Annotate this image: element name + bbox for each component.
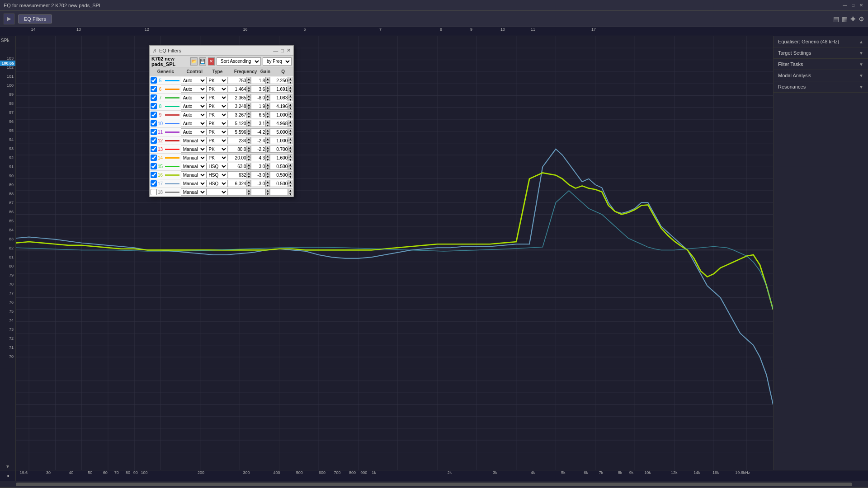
- filter-14-frequency[interactable]: [228, 154, 247, 161]
- filter-10-gain-spinner[interactable]: ▲▼: [265, 120, 270, 127]
- filter-11-gain[interactable]: [251, 128, 265, 136]
- filter-6-gain[interactable]: [251, 85, 265, 93]
- grid2-icon[interactable]: ▦: [842, 15, 848, 23]
- filter-9-q-spinner[interactable]: ▲▼: [288, 111, 292, 118]
- filter-15-frequency[interactable]: [228, 163, 247, 170]
- filter-11-checkbox[interactable]: [151, 129, 157, 135]
- filter-15-type[interactable]: HSQ: [207, 163, 228, 170]
- equaliser-section[interactable]: Equaliser: Generic (48 kHz) ▲: [774, 36, 868, 47]
- load-preset-button[interactable]: 📂: [190, 57, 197, 66]
- h-scrollbar-track[interactable]: [16, 483, 852, 486]
- filter-16-type[interactable]: HSQ: [207, 171, 228, 178]
- delete-preset-button[interactable]: ✕: [208, 57, 215, 66]
- filter-15-checkbox[interactable]: [151, 163, 157, 169]
- filter-11-gain-spinner[interactable]: ▲▼: [265, 128, 270, 136]
- filter-14-control[interactable]: Manual: [181, 154, 207, 161]
- filter-row-17[interactable]: 17 Manual HSQ ▲▼ ▲▼ ▲▼: [150, 179, 293, 188]
- filter-10-frequency[interactable]: [228, 120, 247, 127]
- filter-10-gain[interactable]: [251, 120, 265, 127]
- filter-8-frequency[interactable]: [228, 103, 247, 110]
- minimize-button[interactable]: —: [842, 2, 848, 9]
- filter-5-control[interactable]: Auto: [181, 77, 207, 84]
- filter-15-gain[interactable]: [251, 163, 265, 170]
- filter-17-q-spinner[interactable]: ▲▼: [288, 180, 292, 187]
- filter-12-checkbox[interactable]: [151, 137, 157, 144]
- filter-9-gain[interactable]: [251, 111, 265, 118]
- filter-6-checkbox[interactable]: [151, 86, 157, 92]
- scroll-down-button[interactable]: ▼: [5, 464, 10, 469]
- modal-analysis-section[interactable]: Modal Analysis ▼: [774, 70, 868, 81]
- filter-row-18[interactable]: 18 Manual ▲▼ ▲▼ ▲▼: [150, 188, 293, 197]
- filter-13-freq-spinner[interactable]: ▲▼: [247, 145, 251, 153]
- filter-17-type[interactable]: HSQ: [207, 180, 228, 187]
- filter-17-freq-spinner[interactable]: ▲▼: [247, 180, 251, 187]
- filter-12-freq-spinner[interactable]: ▲▼: [247, 137, 251, 144]
- filter-8-q-spinner[interactable]: ▲▼: [288, 103, 292, 110]
- filter-14-q[interactable]: [270, 154, 288, 161]
- filter-7-q-spinner[interactable]: ▲▼: [288, 94, 292, 101]
- filter-9-checkbox[interactable]: [151, 112, 157, 118]
- filter-row-6[interactable]: 6 Auto PK ▲▼ ▲▼ ▲▼: [150, 85, 293, 94]
- filter-12-control[interactable]: Manual: [181, 137, 207, 144]
- close-button[interactable]: ✕: [858, 2, 864, 9]
- filter-row-13[interactable]: 13 Manual PK ▲▼ ▲▼ ▲▼: [150, 145, 293, 154]
- filter-10-q[interactable]: [270, 120, 288, 127]
- filter-9-gain-spinner[interactable]: ▲▼: [265, 111, 270, 118]
- h-scrollbar-thumb[interactable]: [16, 483, 852, 486]
- filter-15-control[interactable]: Manual: [181, 163, 207, 170]
- filter-14-gain-spinner[interactable]: ▲▼: [265, 154, 270, 161]
- filter-8-control[interactable]: Auto: [181, 103, 207, 110]
- filter-6-frequency[interactable]: [228, 85, 247, 93]
- filter-9-frequency[interactable]: [228, 111, 247, 118]
- filter-18-checkbox[interactable]: [151, 189, 157, 195]
- filter-17-checkbox[interactable]: [151, 180, 157, 187]
- filter-12-type[interactable]: PK: [207, 137, 228, 144]
- filter-13-checkbox[interactable]: [151, 146, 157, 152]
- filter-8-gain-spinner[interactable]: ▲▼: [265, 103, 270, 110]
- filter-13-gain-spinner[interactable]: ▲▼: [265, 145, 270, 153]
- filter-16-gain[interactable]: [251, 171, 265, 178]
- filter-5-frequency[interactable]: [228, 77, 247, 84]
- filter-7-type[interactable]: PK: [207, 94, 228, 101]
- filter-10-checkbox[interactable]: [151, 120, 157, 127]
- filter-14-gain[interactable]: [251, 154, 265, 161]
- filter-12-q[interactable]: [270, 137, 288, 144]
- filter-16-q[interactable]: [270, 171, 288, 178]
- filter-9-freq-spinner[interactable]: ▲▼: [247, 111, 251, 118]
- filter-16-gain-spinner[interactable]: ▲▼: [265, 171, 270, 178]
- filter-row-16[interactable]: 16 Manual HSQ ▲▼ ▲▼ ▲▼: [150, 171, 293, 179]
- filter-6-gain-spinner[interactable]: ▲▼: [265, 85, 270, 93]
- filter-5-checkbox[interactable]: [151, 77, 157, 84]
- filter-row-14[interactable]: 14 Manual PK ▲▼ ▲▼ ▲▼: [150, 154, 293, 162]
- filter-18-freq-spinner[interactable]: ▲▼: [247, 188, 251, 196]
- filter-10-q-spinner[interactable]: ▲▼: [288, 120, 292, 127]
- filter-row-8[interactable]: 8 Auto PK ▲▼ ▲▼ ▲▼: [150, 102, 293, 111]
- filter-6-freq-spinner[interactable]: ▲▼: [247, 85, 251, 93]
- filter-17-gain[interactable]: [251, 180, 265, 187]
- filter-18-control[interactable]: Manual: [181, 188, 207, 196]
- filter-8-checkbox[interactable]: [151, 103, 157, 109]
- filter-16-freq-spinner[interactable]: ▲▼: [247, 171, 251, 178]
- filter-11-freq-spinner[interactable]: ▲▼: [247, 128, 251, 136]
- filter-row-15[interactable]: 15 Manual HSQ ▲▼ ▲▼ ▲▼: [150, 162, 293, 171]
- filter-13-gain[interactable]: [251, 145, 265, 153]
- filter-18-gain[interactable]: [251, 188, 265, 196]
- filter-8-type[interactable]: PK: [207, 103, 228, 110]
- filter-5-gain[interactable]: [251, 77, 265, 84]
- filter-6-type[interactable]: PK: [207, 85, 228, 93]
- filter-16-control[interactable]: Manual: [181, 171, 207, 178]
- filter-9-type[interactable]: PK: [207, 111, 228, 118]
- filter-18-q[interactable]: [270, 188, 288, 196]
- filter-13-type[interactable]: PK: [207, 145, 228, 153]
- filter-row-7[interactable]: 7 Auto PK ▲▼ ▲▼ ▲▼: [150, 94, 293, 102]
- filter-7-q[interactable]: [270, 94, 288, 101]
- filter-16-frequency[interactable]: [228, 171, 247, 178]
- filter-row-12[interactable]: 12 Manual PK ▲▼ ▲▼ ▲▼: [150, 136, 293, 145]
- settings-icon[interactable]: ⚙: [859, 15, 864, 23]
- filter-6-q-spinner[interactable]: ▲▼: [288, 85, 292, 93]
- eq-filters-button[interactable]: EQ Filters: [18, 14, 52, 23]
- filter-10-freq-spinner[interactable]: ▲▼: [247, 120, 251, 127]
- filter-12-gain-spinner[interactable]: ▲▼: [265, 137, 270, 144]
- filter-11-q-spinner[interactable]: ▲▼: [288, 128, 292, 136]
- filter-8-freq-spinner[interactable]: ▲▼: [247, 103, 251, 110]
